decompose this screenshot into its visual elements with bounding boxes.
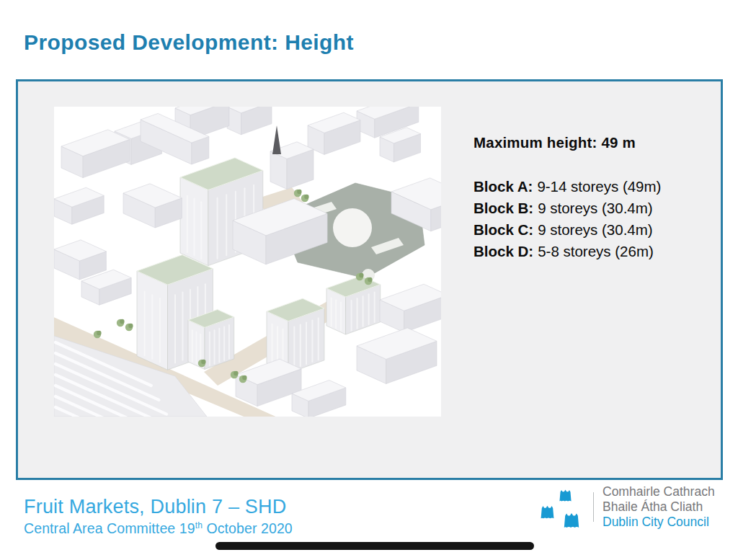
castle-icon (559, 489, 572, 502)
max-height-line: Maximum height: 49 m (474, 134, 697, 151)
dublin-city-council-logo: Comhairle Cathrach Bhaile Átha Cliath Du… (536, 481, 731, 533)
three-castles (536, 484, 588, 533)
content-panel: Maximum height: 49 m Block A:9-14 storey… (16, 79, 723, 480)
massing-model-image (54, 107, 441, 417)
block-height-list: Block A:9-14 storeys (49m) Block B:9 sto… (474, 176, 697, 262)
slide: Proposed Development: Height Maximum hei… (0, 0, 738, 560)
height-info: Maximum height: 49 m Block A:9-14 storey… (474, 134, 697, 262)
logo-line-english: Dublin City Council (603, 515, 715, 530)
logo-line-irish-2: Bhaile Átha Cliath (603, 499, 715, 515)
block-height-item: Block D:5-8 storeys (26m) (474, 241, 697, 262)
page-title: Proposed Development: Height (24, 30, 354, 55)
footer: Fruit Markets, Dublin 7 – SHD Central Ar… (24, 496, 293, 537)
block-height-item: Block B:9 storeys (30.4m) (474, 197, 697, 219)
block-height-item: Block A:9-14 storeys (49m) (474, 176, 697, 197)
castle-icon (563, 512, 580, 529)
logo-divider (593, 492, 594, 522)
massing-model-illustration (54, 107, 441, 417)
logo-text: Comhairle Cathrach Bhaile Átha Cliath Du… (603, 484, 715, 529)
logo-line-irish-1: Comhairle Cathrach (603, 484, 715, 499)
castle-icon (540, 505, 555, 520)
block-height-item: Block C:9 storeys (30.4m) (474, 219, 697, 241)
project-title: Fruit Markets, Dublin 7 – SHD (24, 496, 293, 518)
committee-line: Central Area Committee 19th October 2020 (24, 520, 293, 537)
bottom-bar (215, 542, 534, 550)
